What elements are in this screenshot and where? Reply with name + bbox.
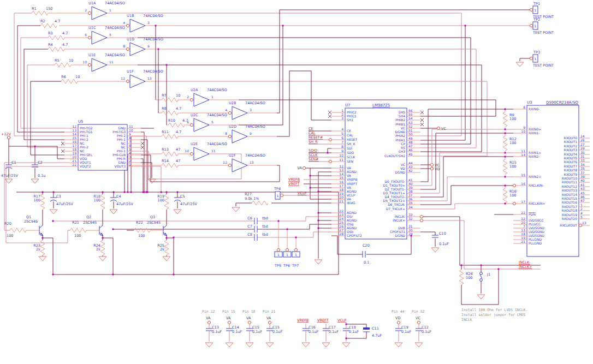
net-label: SH_R (309, 140, 318, 144)
pin-name: RXOUT13 (562, 188, 577, 192)
transistor-part: 2SC945 (147, 220, 161, 225)
junction-dot (52, 191, 54, 193)
testpoint-pin: 1 (277, 253, 280, 256)
pin-number: 51 (408, 128, 413, 132)
junction-dot (504, 184, 506, 186)
pin-name: RXCLKIN- (529, 183, 544, 187)
note-text: INCLK (461, 318, 472, 322)
resistor-icon (252, 201, 268, 205)
schematic-page: U1A74AC04/SO21U1B74AC04/SO43U1C74AC04/SO… (0, 0, 593, 364)
pin-name: RXOUT4 (564, 152, 578, 156)
inverter-gate-icon (92, 58, 107, 71)
pin-name: NC (121, 141, 126, 145)
pin-number: 11 (339, 158, 343, 162)
capacitor-value: tbd (262, 232, 268, 237)
capacitor-value: tbd (262, 216, 268, 220)
pin-name: PLLGND (529, 237, 542, 241)
pin-name: INCLK+ (393, 218, 405, 222)
pin-number: 18 (521, 232, 525, 236)
resistor-icon (134, 228, 150, 232)
pin-number: 4 (225, 108, 227, 112)
junction-dot (282, 25, 283, 26)
pin-number: 31 (580, 154, 585, 158)
pin-name: VA (347, 174, 352, 177)
ground-icon (266, 343, 274, 347)
wire (239, 26, 283, 125)
connection-bubble-icon (294, 248, 297, 251)
pin-number: 4 (123, 21, 125, 25)
wire (420, 232, 435, 235)
pin-number: 8 (225, 132, 227, 135)
connection-bubble-icon (329, 160, 331, 163)
ground-icon (477, 295, 485, 299)
pin-number: 35 (580, 166, 585, 170)
pin-number: 19 (72, 151, 76, 155)
pin-number: 10 (521, 129, 525, 133)
pin-name: IBIAS (347, 201, 355, 205)
note-text: Install 100 Ohm for LVDS INCLK. (461, 308, 527, 312)
junction-dot (410, 235, 412, 236)
capacitor-ref: C1 (11, 160, 16, 165)
resistor-value: 4.7 (176, 106, 181, 111)
connection-bubble-icon (397, 321, 400, 324)
junction-dot (112, 273, 114, 275)
resistor-value: 100 (466, 276, 472, 280)
connection-bubble-icon (530, 24, 532, 27)
junction-dot (317, 190, 319, 192)
pin-number: 34 (580, 163, 585, 166)
schematic-drawing: U1A74AC04/SO21U1B74AC04/SO43U1C74AC04/SO… (0, 0, 593, 364)
capacitor-ref: C15 (272, 325, 280, 330)
pin-number: 8 (129, 136, 131, 140)
pin-name: CAL (347, 133, 353, 137)
pin-number: 7 (129, 140, 131, 144)
pin-number: 2 (187, 95, 189, 99)
pin-number: 49 (408, 136, 413, 140)
transistor-ref: Q2 (86, 215, 91, 219)
pin-number: 20 (72, 155, 76, 159)
ground-icon (415, 343, 423, 347)
connection-bubble-icon (530, 8, 532, 11)
pin-name: RXOUT10 (562, 176, 577, 180)
resistor-icon (503, 159, 507, 175)
net-label: CE (309, 127, 313, 131)
pin-number: 18 (339, 188, 343, 192)
capacitor-icon (50, 200, 57, 202)
gate-part-number: 74AC04/SO (105, 1, 125, 5)
wire (257, 232, 331, 237)
pin-number: 5 (109, 33, 111, 37)
capacitor-value: 4.7uF (372, 333, 382, 338)
gate-ref: U2D (229, 124, 236, 129)
junction-dot (34, 145, 35, 147)
pin-number: 44 (408, 161, 413, 165)
junction-dot (102, 191, 103, 193)
pin-number: 22 (521, 211, 525, 214)
connection-bubble-icon (437, 127, 440, 129)
ground-icon (50, 210, 57, 214)
capacitor-value: 47uF/25V (180, 202, 198, 206)
connection-bubble-icon (268, 321, 271, 324)
resistor-ref: R10 (168, 118, 175, 123)
resistor-value: 100 (34, 198, 40, 202)
ic-ref: U7 (345, 103, 351, 108)
resistor-value: 10 (69, 58, 73, 63)
note-text: Install solder jumper for CMOS (461, 313, 525, 317)
pin-number: 41 (408, 178, 413, 182)
resistor-ref: R20 (4, 222, 11, 226)
ground-icon (205, 343, 213, 347)
resistor-value: 4.7 (182, 118, 188, 123)
wire (27, 65, 64, 147)
pin-number: 29 (408, 232, 413, 236)
gate-part-number: 74AC04/SO (245, 153, 265, 158)
connection-bubble-icon (190, 98, 193, 101)
pin-name: LVDSGND (529, 226, 544, 230)
resistor-value: 9.0k 1% (245, 196, 259, 201)
pin-number: 1 (211, 95, 214, 99)
pin-number: 39 (408, 186, 413, 189)
pin-number: 25 (339, 220, 343, 224)
ground-icon (246, 343, 253, 347)
pin-note: Pin 18 (242, 309, 256, 314)
pin-number: 2 (580, 207, 583, 211)
pin-number: 9 (523, 126, 525, 129)
pin-name: CLKOUT/SH2 (384, 154, 405, 158)
pin-name: RXOUT6 (564, 160, 578, 164)
